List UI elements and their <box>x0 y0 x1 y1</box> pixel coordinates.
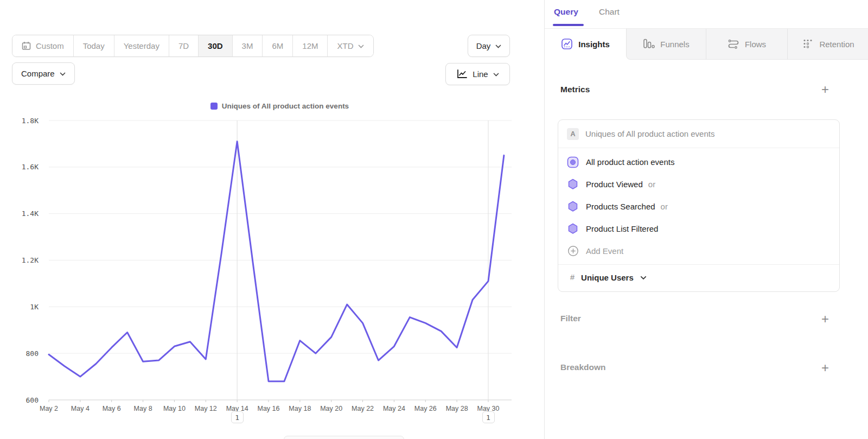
flows-icon <box>727 38 739 50</box>
date-range-selector: Custom Today Yesterday 7D 30D 3M 6M 12M … <box>12 35 374 57</box>
range-6m[interactable]: 6M <box>262 35 292 56</box>
add-event-button[interactable]: Add Event <box>558 240 839 262</box>
query-panel: Query Chart Insights Funnels F <box>544 0 868 439</box>
svg-text:May 8: May 8 <box>134 405 152 412</box>
range-7d[interactable]: 7D <box>169 35 198 56</box>
range-yesterday[interactable]: Yesterday <box>114 35 169 56</box>
svg-text:600: 600 <box>26 396 39 404</box>
range-label: Custom <box>36 41 64 50</box>
tab-chart[interactable]: Chart <box>599 7 620 17</box>
insights-icon <box>561 38 573 50</box>
svg-text:May 12: May 12 <box>195 405 217 412</box>
event-row-product-list-filtered[interactable]: Product List Filtered <box>558 218 839 240</box>
line-chart-icon <box>456 69 468 79</box>
add-breakdown-button[interactable]: + <box>818 361 832 375</box>
svg-text:May 18: May 18 <box>289 405 311 412</box>
annotation-badge[interactable]: 1 <box>482 411 495 423</box>
funnels-icon <box>643 38 655 50</box>
chevron-down-icon <box>495 44 501 48</box>
report-type-tabs: Insights Funnels Flows Retention <box>545 28 868 60</box>
breakdown-section-title: Breakdown <box>560 362 606 372</box>
svg-text:May 26: May 26 <box>414 405 437 412</box>
measure-dropdown[interactable]: # Unique Users <box>558 265 839 290</box>
event-row-all-product-action-events[interactable]: All product action events <box>558 151 839 173</box>
svg-text:May 10: May 10 <box>163 405 186 412</box>
series-title: Uniques of All product action events <box>585 129 714 138</box>
range-xtd[interactable]: XTD <box>327 35 373 56</box>
svg-text:1.6K: 1.6K <box>22 163 39 171</box>
add-metric-button[interactable]: + <box>818 82 832 97</box>
svg-text:1.4K: 1.4K <box>22 209 39 218</box>
filter-section-title: Filter <box>560 314 581 323</box>
metric-card-header[interactable]: A Uniques of All product action events <box>558 120 839 148</box>
add-filter-button[interactable]: + <box>818 312 832 326</box>
svg-text:May 22: May 22 <box>352 405 374 412</box>
series-letter-badge: A <box>567 128 579 140</box>
active-tab-underline <box>553 24 584 26</box>
chart-footer-toolbar[interactable] <box>284 436 404 439</box>
hexagon-icon <box>567 201 579 213</box>
custom-event-icon <box>567 156 579 168</box>
compare-dropdown[interactable]: Compare <box>12 62 75 85</box>
tab-flows[interactable]: Flows <box>706 29 787 60</box>
calendar-icon <box>22 40 31 52</box>
panel-top-tabs: Query Chart <box>545 0 868 28</box>
chevron-down-icon <box>60 72 66 76</box>
metric-card: A Uniques of All product action events A… <box>558 119 840 292</box>
svg-text:May 20: May 20 <box>320 405 342 412</box>
line-chart-svg[interactable]: 6008001K1.2K1.4K1.6K1.8KMay 2May 4May 6M… <box>0 100 534 439</box>
annotation-badge[interactable]: 1 <box>231 411 244 423</box>
line-chart: Uniques of All product action events 600… <box>0 100 534 439</box>
granularity-dropdown[interactable]: Day <box>468 35 510 57</box>
svg-text:May 6: May 6 <box>103 405 121 412</box>
chart-type-dropdown[interactable]: Line <box>445 63 510 85</box>
svg-text:May 2: May 2 <box>40 405 58 412</box>
hexagon-icon <box>567 179 579 190</box>
chevron-down-icon <box>640 276 647 280</box>
retention-icon <box>802 38 814 50</box>
range-30d[interactable]: 30D <box>198 35 232 56</box>
svg-text:May 4: May 4 <box>71 405 90 412</box>
svg-text:May 28: May 28 <box>446 405 468 412</box>
svg-text:May 24: May 24 <box>383 405 405 412</box>
chevron-down-icon <box>493 73 499 77</box>
tab-query[interactable]: Query <box>554 7 578 17</box>
metrics-section-title: Metrics <box>560 85 590 94</box>
svg-text:1.2K: 1.2K <box>22 256 39 264</box>
event-row-product-viewed[interactable]: Product Viewed or <box>558 173 839 195</box>
tab-insights[interactable]: Insights <box>545 29 626 60</box>
range-today[interactable]: Today <box>73 35 114 56</box>
range-12m[interactable]: 12M <box>292 35 327 56</box>
tab-retention[interactable]: Retention <box>787 29 868 60</box>
svg-text:800: 800 <box>26 349 39 358</box>
svg-text:May 16: May 16 <box>258 405 280 412</box>
svg-text:1K: 1K <box>30 303 39 311</box>
hexagon-icon <box>567 223 579 235</box>
hash-icon: # <box>570 273 575 282</box>
event-list: All product action events Product Viewed… <box>558 148 839 263</box>
event-row-products-searched[interactable]: Products Searched or <box>558 195 839 218</box>
range-custom[interactable]: Custom <box>12 35 73 56</box>
tab-funnels[interactable]: Funnels <box>626 29 706 60</box>
svg-text:1.8K: 1.8K <box>22 117 39 125</box>
insights-report-page: Custom Today Yesterday 7D 30D 3M 6M 12M … <box>0 0 868 439</box>
circle-plus-icon <box>567 245 579 257</box>
range-3m[interactable]: 3M <box>232 35 263 56</box>
chevron-down-icon <box>358 44 364 48</box>
